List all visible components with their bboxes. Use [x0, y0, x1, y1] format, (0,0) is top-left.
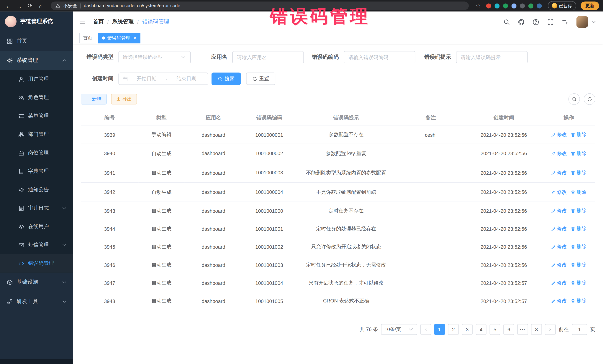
sidebar-item-post-management[interactable]: 岗位管理 — [0, 144, 73, 162]
pager-more-button[interactable]: ••• — [517, 324, 528, 335]
edit-link[interactable]: 修改 — [551, 189, 567, 196]
sidebar-item-home[interactable]: 首页 — [0, 32, 73, 51]
cell-id: 3947 — [81, 274, 139, 292]
reset-button[interactable]: 重置 — [246, 73, 276, 85]
github-button[interactable] — [518, 19, 524, 25]
browser-forward-icon[interactable]: → — [15, 1, 24, 10]
browser-home-icon[interactable]: ⌂ — [36, 1, 46, 10]
font-size-button[interactable] — [562, 19, 568, 25]
date-range-picker[interactable]: 开始日期 - 结束日期 — [118, 73, 208, 85]
breadcrumb-item[interactable]: 首页 — [93, 18, 104, 25]
edit-icon — [551, 227, 556, 231]
delete-link[interactable]: 删除 — [571, 226, 587, 232]
extension-icon[interactable] — [494, 3, 499, 8]
pager-page-1[interactable]: 1 — [434, 324, 445, 335]
cell-ops: 修改删除 — [542, 292, 595, 310]
tab-错误码管理[interactable]: 错误码管理× — [98, 33, 140, 43]
delete-link[interactable]: 删除 — [571, 280, 587, 287]
extension-icon[interactable] — [486, 3, 491, 8]
sidebar-item-role-management[interactable]: 角色管理 — [0, 88, 73, 107]
goto-page-input[interactable] — [572, 324, 587, 335]
cell-code: 1001001001 — [242, 220, 296, 238]
delete-link[interactable]: 删除 — [571, 150, 587, 157]
sidebar-item-infrastructure[interactable]: 基础设施 — [0, 273, 73, 292]
page-size-select[interactable]: 10条/页 — [381, 324, 417, 335]
sidebar-footer — [0, 359, 73, 364]
sidebar-item-error-code-management[interactable]: 错误码管理 — [0, 254, 73, 272]
pager-page-4[interactable]: 4 — [476, 324, 487, 335]
sidebar-item-dev-tools[interactable]: 研发工具 — [0, 292, 73, 311]
cell-message: 参数配置 key 重复 — [296, 144, 396, 163]
edit-link[interactable]: 修改 — [551, 132, 567, 138]
sidebar-item-menu-management[interactable]: 菜单管理 — [0, 107, 73, 125]
help-button[interactable] — [533, 19, 539, 25]
browser-back-icon[interactable]: ← — [4, 1, 13, 10]
extension-icon[interactable] — [511, 3, 516, 8]
extension-icon[interactable] — [537, 3, 542, 8]
menu-fold-icon[interactable] — [79, 18, 87, 26]
sms-icon — [18, 242, 24, 248]
delete-link[interactable]: 删除 — [571, 207, 587, 214]
delete-link[interactable]: 删除 — [571, 243, 587, 250]
pager-page-6[interactable]: 6 — [503, 324, 514, 335]
edit-link[interactable]: 修改 — [551, 226, 567, 232]
pager-page-8[interactable]: 8 — [531, 324, 542, 335]
sidebar-item-dept-management[interactable]: 部门管理 — [0, 125, 73, 143]
delete-link[interactable]: 删除 — [571, 298, 587, 305]
sidebar-item-notice[interactable]: 通知公告 — [0, 180, 73, 199]
export-button[interactable]: 导出 — [111, 94, 137, 104]
app-name-input[interactable] — [232, 51, 304, 63]
browser-update-button[interactable]: 更新 — [581, 1, 599, 10]
edit-link[interactable]: 修改 — [551, 280, 567, 287]
tab-首页[interactable]: 首页 — [79, 33, 96, 43]
sidebar-item-user-management[interactable]: 用户管理 — [0, 70, 73, 88]
sidebar-item-audit-log[interactable]: 审计日志 — [0, 199, 73, 217]
edit-link[interactable]: 修改 — [551, 262, 567, 268]
sidebar-logo[interactable]: 芋道管理系统 — [0, 11, 73, 32]
refresh-table-button[interactable] — [584, 93, 595, 105]
sidebar-item-dict-management[interactable]: 字典管理 — [0, 162, 73, 180]
pager-pages: 123456•••8 — [434, 324, 542, 335]
add-button[interactable]: 新增 — [81, 94, 106, 104]
cell-ops: 修改删除 — [542, 202, 595, 220]
delete-link[interactable]: 删除 — [571, 132, 587, 138]
edit-link[interactable]: 修改 — [551, 243, 567, 250]
select-placeholder: 请选择错误码类型 — [123, 54, 163, 61]
error-type-select[interactable]: 请选择错误码类型 — [118, 51, 191, 63]
pager-next-button[interactable] — [545, 324, 556, 335]
edit-link[interactable]: 修改 — [551, 150, 567, 157]
pager-page-5[interactable]: 5 — [490, 324, 500, 335]
pager-prev-button[interactable] — [420, 324, 431, 335]
extension-icon[interactable] — [528, 3, 533, 8]
error-msg-input[interactable] — [456, 51, 528, 63]
breadcrumb: 首页/系统管理/错误码管理 — [93, 18, 169, 25]
chevron-down-icon — [408, 327, 414, 333]
bookmark-star-icon[interactable]: ☆ — [476, 3, 481, 9]
edit-link[interactable]: 修改 — [551, 169, 567, 176]
calendar-icon-wrap — [123, 76, 128, 81]
cell-type: 自动生成 — [139, 220, 185, 238]
paused-badge[interactable]: 已暂停 — [548, 1, 576, 10]
pager-page-3[interactable]: 3 — [462, 324, 473, 335]
header-search-button[interactable] — [503, 19, 510, 25]
delete-link[interactable]: 删除 — [571, 262, 587, 268]
error-code-input[interactable] — [344, 51, 416, 63]
delete-link[interactable]: 删除 — [571, 169, 587, 176]
extension-icon[interactable] — [520, 3, 525, 8]
delete-link[interactable]: 删除 — [571, 189, 587, 196]
address-bar[interactable]: 不安全 dashboard.yudao.iocoder.cn/system/er… — [51, 1, 469, 10]
pager-page-2[interactable]: 2 — [448, 324, 459, 335]
breadcrumb-item[interactable]: 系统管理 — [112, 18, 134, 25]
search-button[interactable]: 搜索 — [211, 73, 241, 85]
edit-link[interactable]: 修改 — [551, 298, 567, 305]
browser-reload-icon[interactable]: ⟳ — [25, 1, 35, 10]
sidebar-item-online-user[interactable]: 在线用户 — [0, 217, 73, 236]
user-menu[interactable] — [577, 16, 597, 28]
sidebar-item-sms-management[interactable]: 短信管理 — [0, 236, 73, 254]
extension-icon[interactable] — [503, 3, 508, 8]
hide-search-button[interactable] — [568, 93, 580, 105]
edit-link[interactable]: 修改 — [551, 207, 567, 214]
fullscreen-button[interactable] — [547, 19, 554, 25]
tab-close-icon[interactable]: × — [133, 36, 136, 41]
sidebar-item-system-management[interactable]: 系统管理 — [0, 51, 73, 70]
